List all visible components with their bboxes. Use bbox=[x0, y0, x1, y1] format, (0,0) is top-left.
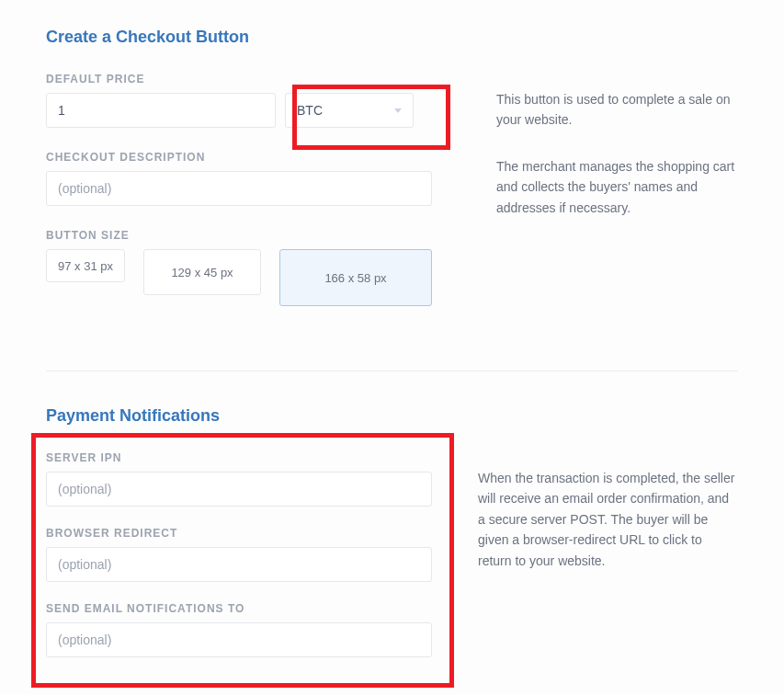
server-ipn-label: SERVER IPN bbox=[46, 451, 432, 464]
size-option-small[interactable]: 97 x 31 px bbox=[46, 249, 125, 282]
currency-value: BTC bbox=[297, 103, 323, 118]
server-ipn-input[interactable] bbox=[46, 472, 432, 507]
section-payment-notifications: Payment Notifications SERVER IPN BROWSER… bbox=[46, 406, 738, 657]
checkout-description-label: CHECKOUT DESCRIPTION bbox=[46, 151, 450, 164]
currency-select[interactable]: BTC bbox=[285, 93, 414, 128]
section-create-checkout: Create a Checkout Button DEFAULT PRICE B… bbox=[46, 28, 738, 329]
browser-redirect-input[interactable] bbox=[46, 547, 432, 582]
size-option-large[interactable]: 166 x 58 px bbox=[279, 249, 432, 306]
chevron-down-icon bbox=[394, 108, 402, 113]
email-notifications-label: SEND EMAIL NOTIFICATIONS TO bbox=[46, 602, 432, 615]
help-text-2: The merchant manages the shopping cart a… bbox=[496, 156, 738, 218]
email-notifications-input[interactable] bbox=[46, 622, 432, 657]
section-divider bbox=[46, 370, 738, 371]
default-price-input[interactable] bbox=[46, 93, 276, 128]
section-title-notifications: Payment Notifications bbox=[46, 406, 738, 426]
browser-redirect-label: BROWSER REDIRECT bbox=[46, 527, 432, 540]
section-title-checkout: Create a Checkout Button bbox=[46, 28, 738, 47]
button-size-label: BUTTON SIZE bbox=[46, 229, 450, 242]
default-price-label: DEFAULT PRICE bbox=[46, 73, 450, 85]
help-text-notifications: When the transaction is completed, the s… bbox=[478, 468, 738, 571]
help-text-1: This button is used to complete a sale o… bbox=[496, 89, 738, 131]
size-option-medium[interactable]: 129 x 45 px bbox=[143, 249, 261, 295]
checkout-description-input[interactable] bbox=[46, 171, 432, 206]
